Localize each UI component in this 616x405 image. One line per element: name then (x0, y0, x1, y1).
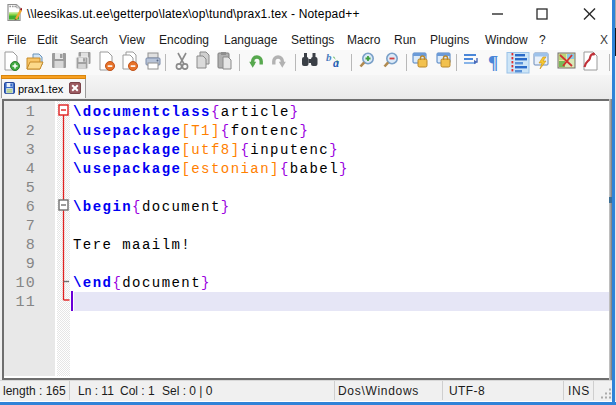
svg-text:a: a (333, 56, 339, 70)
svg-text:b: b (326, 51, 332, 63)
svg-text:¶: ¶ (488, 52, 498, 73)
